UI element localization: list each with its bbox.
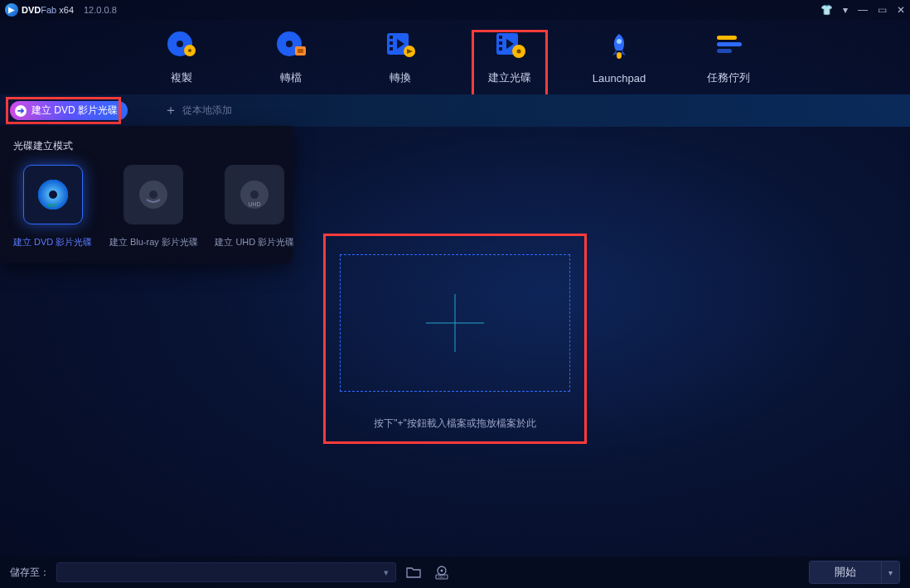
svg-rect-28	[717, 49, 732, 53]
skin-icon[interactable]: 👕	[820, 4, 833, 16]
svg-rect-7	[298, 49, 303, 53]
svg-point-3	[188, 49, 191, 52]
svg-point-21	[517, 50, 521, 54]
mode-panel-title: 光碟建立模式	[13, 139, 279, 153]
svg-rect-10	[390, 41, 393, 45]
mode-select-pill[interactable]: ➔ 建立 DVD 影片光碟	[10, 101, 128, 120]
browse-folder-button[interactable]	[403, 562, 424, 582]
svg-text:UHD: UHD	[249, 201, 261, 207]
mode-item-dvd[interactable]: DVD 建立 DVD 影片光碟	[13, 165, 92, 248]
svg-rect-9	[390, 36, 393, 39]
tab-label: 建立光碟	[488, 70, 531, 85]
svg-rect-18	[499, 47, 502, 51]
tab-launchpad[interactable]: Launchpad	[586, 31, 652, 84]
start-button-group: 開始 ▾	[809, 561, 900, 584]
dropzone[interactable]	[340, 254, 570, 392]
svg-point-5	[286, 41, 293, 47]
save-to-label: 儲存至：	[10, 566, 50, 580]
svg-rect-16	[499, 36, 502, 39]
dropzone-hint: 按下"+"按鈕載入檔案或拖放檔案於此	[374, 417, 536, 431]
tab-converter[interactable]: 轉換	[367, 29, 433, 85]
save-as-iso-button[interactable]: ISO	[431, 562, 453, 582]
disc-rip-icon	[273, 29, 309, 59]
queue-icon	[710, 29, 747, 59]
svg-point-31	[49, 190, 57, 199]
svg-rect-11	[390, 47, 393, 51]
plus-icon: ＋	[164, 102, 177, 119]
tab-copy[interactable]: 複製	[148, 29, 215, 85]
mode-item-label: 建立 Blu-ray 影片光碟	[109, 236, 198, 248]
dropzone-highlight-box: 按下"+"按鈕載入檔案或拖放檔案於此	[323, 234, 587, 444]
disc-copy-icon	[163, 29, 200, 59]
svg-rect-27	[717, 42, 742, 46]
titlebar-left: ▶ DVDFab x64 12.0.0.8	[5, 3, 117, 17]
svg-point-25	[617, 52, 622, 59]
chevron-down-icon: ▾	[384, 567, 389, 578]
mode-panel: 光碟建立模式 DVD 建立 DVD 影片光碟 建立 Blu-ray 影片光碟 U…	[0, 126, 293, 263]
titlebar: ▶ DVDFab x64 12.0.0.8 👕 ▾ — ▭ ✕	[0, 0, 910, 20]
svg-rect-17	[499, 41, 502, 45]
tab-label: 轉換	[390, 70, 411, 85]
svg-point-1	[177, 41, 183, 47]
svg-rect-26	[717, 36, 737, 40]
mode-item-label: 建立 UHD 影片光碟	[215, 236, 294, 248]
folder-icon	[406, 566, 421, 579]
start-button[interactable]: 開始	[810, 561, 881, 583]
add-from-local-button[interactable]: ＋ 從本地添加	[164, 102, 232, 119]
uhd-disc-icon: UHD	[225, 165, 284, 224]
mode-items: DVD 建立 DVD 影片光碟 建立 Blu-ray 影片光碟 UHD 建立 U…	[13, 165, 279, 248]
chevron-right-icon: ➔	[15, 105, 27, 117]
svg-point-36	[250, 190, 259, 199]
restore-button[interactable]: ▭	[878, 4, 887, 16]
minimize-button[interactable]: —	[858, 4, 868, 16]
app-name: DVDFab x64	[22, 5, 74, 15]
film-disc-icon	[491, 29, 528, 59]
mode-item-label: 建立 DVD 影片光碟	[13, 236, 92, 248]
bottom-bar: 儲存至： ▾ ISO 開始 ▾	[0, 557, 910, 588]
tab-queue[interactable]: 任務佇列	[695, 29, 762, 85]
tab-creator[interactable]: 建立光碟	[477, 29, 543, 85]
menu-dropdown-icon[interactable]: ▾	[843, 4, 848, 16]
tab-ripper[interactable]: 轉檔	[258, 29, 324, 85]
start-dropdown[interactable]: ▾	[881, 561, 899, 583]
app-version: 12.0.0.8	[84, 5, 117, 15]
output-path-select[interactable]: ▾	[56, 562, 396, 582]
tab-label: 複製	[171, 70, 192, 85]
mode-item-bluray[interactable]: 建立 Blu-ray 影片光碟	[114, 165, 193, 248]
svg-point-22	[617, 39, 622, 44]
add-local-label: 從本地添加	[182, 104, 232, 118]
mode-pill-label: 建立 DVD 影片光碟	[31, 104, 118, 118]
close-button[interactable]: ✕	[897, 4, 905, 16]
svg-point-39	[441, 570, 443, 572]
film-convert-icon	[382, 29, 419, 59]
svg-point-34	[149, 190, 157, 199]
tab-label: Launchpad	[593, 72, 646, 84]
tab-label: 轉檔	[280, 70, 302, 85]
add-file-plus-icon	[426, 294, 484, 352]
mode-item-uhd[interactable]: UHD 建立 UHD 影片光碟	[215, 165, 294, 248]
window-controls: 👕 ▾ — ▭ ✕	[820, 4, 905, 16]
top-tabs: 複製 轉檔 轉換 建立光碟 Launchpad 任務佇列	[0, 20, 910, 94]
bluray-disc-icon	[123, 165, 183, 224]
iso-icon: ISO	[433, 565, 450, 580]
dvd-disc-icon: DVD	[23, 165, 83, 224]
secondary-bar: ➔ 建立 DVD 影片光碟 ＋ 從本地添加	[0, 94, 910, 127]
tab-label: 任務佇列	[707, 70, 750, 85]
svg-text:ISO: ISO	[438, 575, 445, 579]
svg-text:DVD: DVD	[47, 203, 58, 208]
rocket-icon	[601, 31, 637, 60]
app-logo-icon: ▶	[5, 3, 18, 17]
